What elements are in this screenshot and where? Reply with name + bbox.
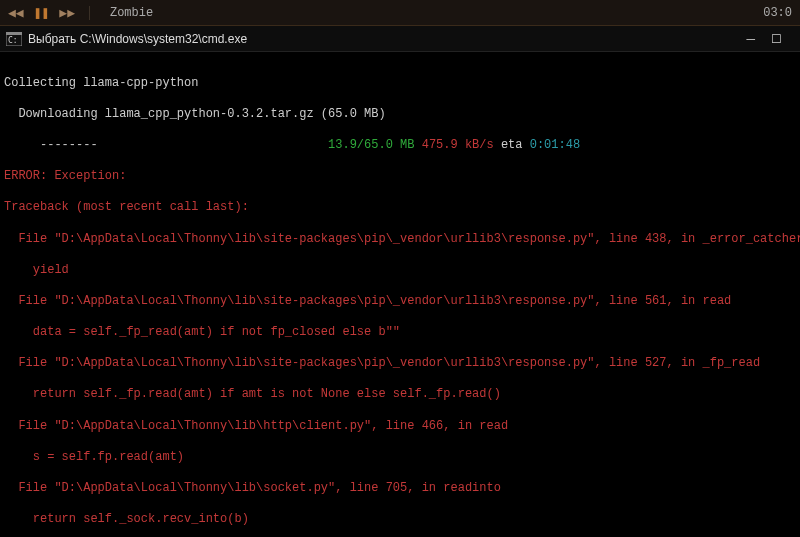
minimize-button[interactable]: ─ bbox=[746, 32, 755, 46]
media-controls: ◀◀ ❚❚ ▶▶ Zombie bbox=[8, 5, 153, 21]
media-player-bar: ◀◀ ❚❚ ▶▶ Zombie 03:0 bbox=[0, 0, 800, 26]
track-title: Zombie bbox=[110, 6, 153, 20]
maximize-button[interactable]: ☐ bbox=[771, 32, 782, 46]
progress-bar: -------- bbox=[4, 138, 98, 152]
error-line: File "D:\AppData\Local\Thonny\lib\site-p… bbox=[4, 356, 796, 372]
error-line: s = self.fp.read(amt) bbox=[4, 450, 796, 466]
error-line: return self._sock.recv_into(b) bbox=[4, 512, 796, 528]
error-line: return self._fp.read(amt) if amt is not … bbox=[4, 387, 796, 403]
error-line: yield bbox=[4, 263, 796, 279]
svg-text:C:: C: bbox=[8, 36, 18, 45]
pause-icon[interactable]: ❚❚ bbox=[34, 5, 50, 21]
error-line: File "D:\AppData\Local\Thonny\lib\site-p… bbox=[4, 294, 796, 310]
progress-line: -------- 13.9/65.0 MB 475.9 kB/s eta 0:0… bbox=[4, 138, 796, 154]
error-line: ERROR: Exception: bbox=[4, 169, 796, 185]
divider bbox=[89, 6, 90, 20]
progress-speed: 475.9 kB/s bbox=[414, 138, 493, 152]
window-title: Выбрать C:\Windows\system32\cmd.exe bbox=[28, 32, 247, 46]
error-line: File "D:\AppData\Local\Thonny\lib\socket… bbox=[4, 481, 796, 497]
playback-time: 03:0 bbox=[763, 6, 792, 20]
forward-icon[interactable]: ▶▶ bbox=[59, 5, 75, 21]
error-line: File "D:\AppData\Local\Thonny\lib\site-p… bbox=[4, 232, 796, 248]
progress-size: 13.9/65.0 MB bbox=[98, 138, 415, 152]
error-line: data = self._fp_read(amt) if not fp_clos… bbox=[4, 325, 796, 341]
window-controls: ─ ☐ bbox=[746, 32, 794, 46]
progress-eta: 0:01:48 bbox=[530, 138, 580, 152]
error-line: File "D:\AppData\Local\Thonny\lib\http\c… bbox=[4, 419, 796, 435]
rewind-icon[interactable]: ◀◀ bbox=[8, 5, 24, 21]
output-line: Collecting llama-cpp-python bbox=[4, 76, 796, 92]
svg-rect-1 bbox=[6, 32, 22, 35]
terminal-output[interactable]: Collecting llama-cpp-python Downloading … bbox=[0, 52, 800, 537]
error-line: Traceback (most recent call last): bbox=[4, 200, 796, 216]
window-title-bar: C: Выбрать C:\Windows\system32\cmd.exe ─… bbox=[0, 26, 800, 52]
output-line: Downloading llama_cpp_python-0.3.2.tar.g… bbox=[4, 107, 796, 123]
cmd-icon: C: bbox=[6, 31, 22, 47]
eta-label: eta bbox=[494, 138, 530, 152]
